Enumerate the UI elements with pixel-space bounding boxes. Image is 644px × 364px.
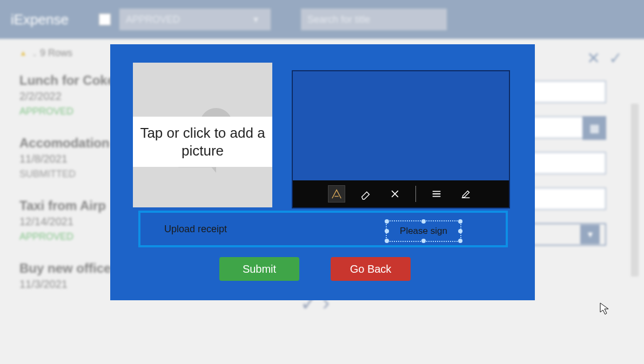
submit-button[interactable]: Submit xyxy=(219,257,299,281)
toolbar-divider xyxy=(415,186,416,202)
upload-sign-modal: Tap or click to add a picture Upload rec… xyxy=(110,44,535,300)
label-selection-bar: Upload receipt Please sign xyxy=(138,211,508,247)
upload-prompt-text: Tap or click to add a picture xyxy=(133,117,272,167)
go-back-button[interactable]: Go Back xyxy=(331,257,411,281)
upload-receipt-label: Upload receipt xyxy=(164,224,227,235)
please-sign-label-selected[interactable]: Please sign xyxy=(386,220,461,242)
lines-icon[interactable] xyxy=(428,185,445,203)
pen-tool-icon[interactable] xyxy=(328,185,345,203)
upload-picture-frame[interactable]: Tap or click to add a picture xyxy=(133,63,272,207)
signature-toolbar xyxy=(293,180,509,207)
modal-button-row: Submit Go Back xyxy=(219,257,411,281)
edit-icon[interactable] xyxy=(457,185,474,203)
please-sign-text: Please sign xyxy=(400,226,447,237)
eraser-tool-icon[interactable] xyxy=(357,185,374,203)
signature-canvas[interactable] xyxy=(292,70,510,208)
clear-icon[interactable] xyxy=(386,185,404,203)
